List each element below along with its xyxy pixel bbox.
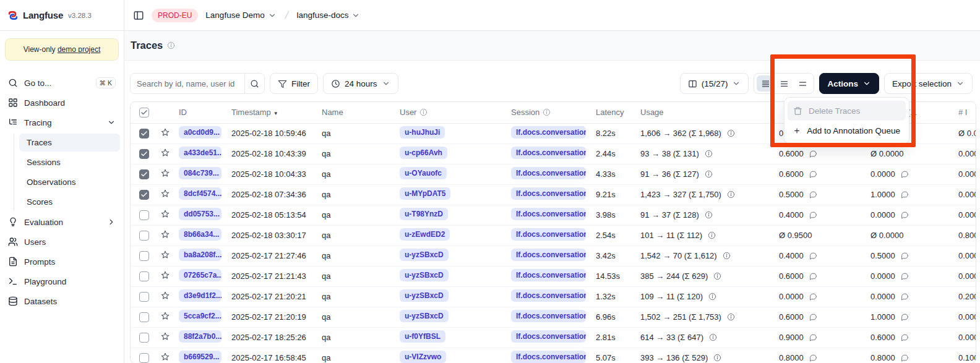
- user-id-badge[interactable]: u-VIZzvwo: [400, 351, 446, 363]
- user-id-badge[interactable]: u-OYauofc: [400, 167, 447, 179]
- table-row[interactable]: b669529...2025-02-17 16:58:45qau-VIZzvwo…: [131, 348, 976, 363]
- org-switcher[interactable]: Langfuse Demo: [205, 11, 276, 20]
- bookmark-star-icon[interactable]: [160, 189, 170, 199]
- session-id-badge[interactable]: lf.docs.conversation...: [511, 310, 586, 322]
- actions-button[interactable]: Actions: [819, 73, 879, 94]
- bookmark-star-icon[interactable]: [160, 270, 170, 280]
- select-all-checkbox[interactable]: [139, 108, 149, 117]
- sidebar-item-playground[interactable]: Playground: [4, 273, 120, 290]
- sidebar-item-evaluation[interactable]: Evaluation: [4, 213, 120, 231]
- sidebar-item-users[interactable]: Users: [4, 233, 120, 250]
- bookmark-star-icon[interactable]: [160, 229, 170, 239]
- filter-button[interactable]: Filter: [270, 73, 318, 94]
- menu-item-add-to-annotation-queue[interactable]: Add to Annotation Queue: [788, 121, 906, 140]
- bookmark-star-icon[interactable]: [160, 331, 170, 341]
- sidebar-item-tracing[interactable]: Tracing: [4, 114, 120, 131]
- table-row[interactable]: 8dcf4574...2025-02-18 07:34:36qau-MYpDAT…: [131, 184, 976, 205]
- table-row[interactable]: 5cca9cf2...2025-02-17 21:20:19qau-yzSBxc…: [131, 307, 976, 327]
- time-range-button[interactable]: 24 hours: [323, 73, 398, 94]
- table-row[interactable]: dd05753...2025-02-18 05:13:54qau-T98YnzD…: [131, 205, 976, 225]
- user-id-badge[interactable]: u-yzSBxcD: [400, 289, 449, 302]
- session-id-badge[interactable]: lf.docs.conversation...: [511, 187, 586, 200]
- trace-id-badge[interactable]: d3e9d1f2...: [179, 289, 221, 302]
- column-header-latency[interactable]: Latency: [591, 102, 635, 123]
- session-id-badge[interactable]: lf.docs.conversation...: [511, 208, 586, 220]
- row-checkbox[interactable]: [139, 292, 149, 302]
- export-selection-button[interactable]: Export selection: [884, 73, 973, 94]
- row-checkbox[interactable]: [139, 149, 149, 159]
- user-id-badge[interactable]: u-yzSBxcD: [400, 249, 449, 261]
- row-height-medium-button[interactable]: [775, 75, 793, 92]
- trace-id-badge[interactable]: 8dcf4574...: [179, 187, 221, 200]
- trace-id-badge[interactable]: a0cd0d9...: [179, 126, 221, 139]
- user-id-badge[interactable]: u-cp66Avh: [400, 147, 447, 159]
- table-row[interactable]: 8b66a34...2025-02-18 03:30:17qau-zEwdED2…: [131, 225, 976, 246]
- trace-id-badge[interactable]: b669529...: [179, 351, 221, 363]
- user-id-badge[interactable]: u-T98YnzD: [400, 208, 448, 220]
- sidebar-item-sessions[interactable]: Sessions: [19, 153, 120, 171]
- table-row[interactable]: 084c739...2025-02-18 10:04:33qau-OYauofc…: [131, 164, 976, 184]
- bookmark-star-icon[interactable]: [160, 209, 170, 219]
- sidebar-item-dashboard[interactable]: Dashboard: [4, 94, 120, 111]
- sidebar-item-prompts[interactable]: Prompts: [4, 253, 120, 270]
- table-row[interactable]: d3e9d1f2...2025-02-17 21:20:21qau-yzSBxc…: [131, 286, 976, 307]
- column-header-id[interactable]: ID: [174, 102, 226, 123]
- row-checkbox[interactable]: [139, 190, 149, 200]
- trace-id-badge[interactable]: 084c739...: [179, 167, 221, 179]
- column-header-name[interactable]: Name: [317, 102, 395, 123]
- row-checkbox[interactable]: [139, 333, 149, 343]
- search-input[interactable]: [131, 74, 244, 93]
- sidebar-item-scores[interactable]: Scores: [19, 193, 120, 211]
- row-checkbox[interactable]: [139, 251, 149, 261]
- session-id-badge[interactable]: lf.docs.conversation...: [511, 249, 586, 261]
- session-id-badge[interactable]: lf.docs.conversation...: [511, 269, 586, 281]
- user-id-badge[interactable]: u-f0YfBSL: [400, 330, 445, 343]
- user-id-badge[interactable]: u-MYpDAT5: [400, 187, 450, 200]
- project-switcher[interactable]: langfuse-docs: [296, 11, 360, 20]
- trace-id-badge[interactable]: ba8a208f...: [179, 249, 221, 261]
- table-row[interactable]: ba8a208f...2025-02-17 21:27:46qau-yzSBxc…: [131, 246, 976, 266]
- session-id-badge[interactable]: lf.docs.conversation...: [511, 330, 586, 343]
- row-height-tall-button[interactable]: [794, 75, 811, 92]
- row-checkbox[interactable]: [139, 312, 149, 322]
- table-row[interactable]: 07265c7a...2025-02-17 21:21:43qau-yzSBxc…: [131, 266, 976, 286]
- row-checkbox[interactable]: [139, 353, 149, 363]
- trace-id-badge[interactable]: a433de51...: [179, 147, 221, 159]
- session-id-badge[interactable]: lf.docs.conversation...: [511, 228, 586, 241]
- column-header-usage[interactable]: Usage: [635, 102, 774, 123]
- sidebar-item-datasets[interactable]: Datasets: [4, 293, 120, 310]
- bookmark-star-icon[interactable]: [160, 291, 170, 301]
- session-id-badge[interactable]: lf.docs.conversation...: [511, 289, 586, 302]
- row-checkbox[interactable]: [139, 210, 149, 220]
- row-checkbox[interactable]: [139, 129, 149, 139]
- column-header-user[interactable]: User: [395, 102, 506, 123]
- row-height-compact-button[interactable]: [757, 75, 774, 92]
- column-visibility-button[interactable]: (15/27): [680, 73, 749, 94]
- user-id-badge[interactable]: u-yzSBxcD: [400, 269, 449, 281]
- user-id-badge[interactable]: u-zEwdED2: [400, 228, 450, 241]
- table-row[interactable]: 88f2a7b0...2025-02-17 18:25:26qau-f0YfBS…: [131, 327, 976, 348]
- trace-id-badge[interactable]: 5cca9cf2...: [179, 310, 221, 322]
- trace-id-badge[interactable]: dd05753...: [179, 208, 221, 220]
- search-submit-button[interactable]: [244, 74, 264, 93]
- trace-id-badge[interactable]: 07265c7a...: [179, 269, 221, 281]
- table-row[interactable]: a433de51...2025-02-18 10:43:39qau-cp66Av…: [131, 143, 976, 164]
- user-id-badge[interactable]: u-huJhuJi: [400, 126, 445, 139]
- sidebar-item-go-to[interactable]: Go to... ⌘ K: [4, 74, 120, 92]
- demo-project-link[interactable]: demo project: [58, 45, 100, 54]
- bookmark-star-icon[interactable]: [160, 311, 170, 321]
- column-header-session[interactable]: Session: [506, 102, 591, 123]
- session-id-badge[interactable]: lf.docs.conversation...: [511, 126, 586, 139]
- panel-left-icon[interactable]: [133, 10, 144, 21]
- bookmark-star-icon[interactable]: [160, 168, 170, 178]
- row-checkbox[interactable]: [139, 271, 149, 281]
- bookmark-star-icon[interactable]: [160, 250, 170, 260]
- bookmark-star-icon[interactable]: [160, 352, 170, 362]
- sidebar-item-traces[interactable]: Traces: [19, 134, 120, 152]
- session-id-badge[interactable]: lf.docs.conversation...: [511, 147, 586, 159]
- bookmark-star-icon[interactable]: [160, 127, 170, 137]
- trace-id-badge[interactable]: 88f2a7b0...: [179, 330, 221, 343]
- column-header-score-c[interactable]: # I: [953, 102, 976, 123]
- user-id-badge[interactable]: u-yzSBxcD: [400, 310, 449, 322]
- row-checkbox[interactable]: [139, 169, 149, 179]
